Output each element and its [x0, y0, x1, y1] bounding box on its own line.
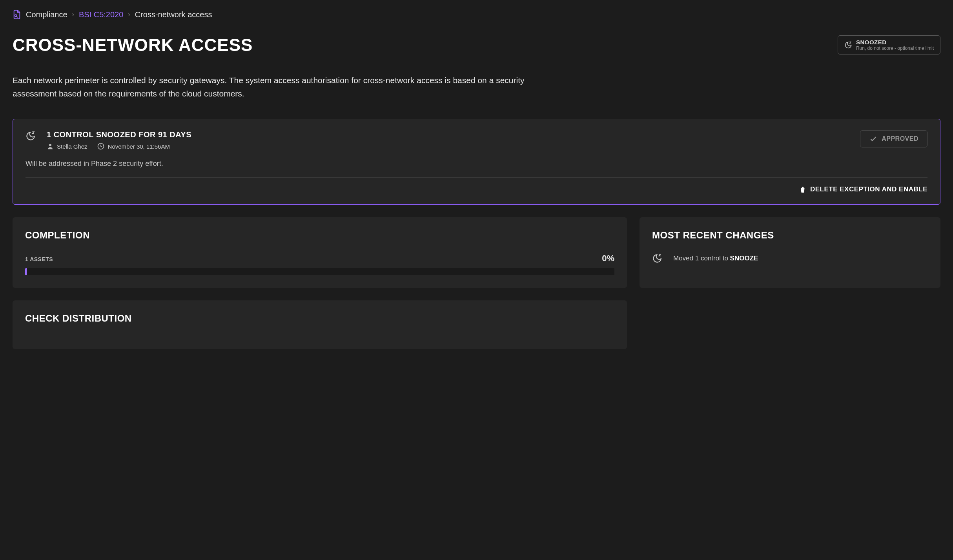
control-description: Each network perimeter is controlled by … [13, 74, 546, 100]
breadcrumb-separator: › [72, 11, 74, 18]
approved-label: APPROVED [882, 135, 918, 142]
delete-exception-button[interactable]: DELETE EXCEPTION AND ENABLE [799, 185, 927, 193]
exception-note: Will be addressed in Phase 2 security ef… [26, 160, 927, 168]
clock-icon [97, 142, 105, 150]
completion-percent: 0% [602, 253, 614, 264]
progress-fill [25, 268, 27, 275]
assets-count: 1 ASSETS [25, 256, 53, 262]
page-title: CROSS-NETWORK ACCESS [13, 35, 253, 55]
recent-changes-card: MOST RECENT CHANGES Moved 1 control to S… [640, 217, 940, 288]
breadcrumb: Compliance › BSI C5:2020 › Cross-network… [13, 9, 940, 20]
change-state: SNOOZE [730, 255, 758, 262]
breadcrumb-framework[interactable]: BSI C5:2020 [79, 10, 123, 19]
completion-title: COMPLETION [25, 230, 614, 241]
breadcrumb-current: Cross-network access [135, 10, 212, 19]
change-item: Moved 1 control to SNOOZE [652, 253, 928, 264]
exception-author: Stella Ghez [47, 143, 87, 150]
trash-icon [799, 185, 806, 193]
status-sublabel: Run, do not score - optional time limit [856, 45, 934, 51]
divider [26, 177, 927, 178]
exception-card: 1 CONTROL SNOOZED FOR 91 DAYS Stella Ghe… [13, 119, 940, 205]
check-distribution-card: CHECK DISTRIBUTION [13, 300, 627, 349]
exception-author-name: Stella Ghez [57, 143, 87, 150]
exception-timestamp-text: November 30, 11:56AM [108, 143, 170, 150]
user-icon [47, 143, 54, 150]
svg-point-1 [49, 144, 51, 146]
change-text: Moved 1 control to SNOOZE [673, 255, 758, 262]
check-distribution-title: CHECK DISTRIBUTION [25, 313, 614, 324]
exception-title: 1 CONTROL SNOOZED FOR 91 DAYS [47, 130, 191, 139]
svg-point-0 [15, 15, 17, 16]
snooze-icon [652, 253, 662, 264]
delete-exception-label: DELETE EXCEPTION AND ENABLE [810, 185, 927, 193]
change-prefix: Moved 1 control to [673, 255, 730, 262]
recent-changes-title: MOST RECENT CHANGES [652, 230, 928, 241]
snoozed-status-button[interactable]: SNOOZED Run, do not score - optional tim… [838, 35, 940, 55]
snooze-icon [844, 41, 852, 49]
completion-card: COMPLETION 1 ASSETS 0% [13, 217, 627, 288]
exception-timestamp: November 30, 11:56AM [97, 142, 170, 150]
status-label: SNOOZED [856, 39, 934, 45]
progress-bar [25, 268, 614, 275]
document-icon [13, 9, 21, 20]
breadcrumb-compliance[interactable]: Compliance [26, 10, 67, 19]
check-icon [869, 135, 878, 143]
approved-badge: APPROVED [860, 130, 927, 147]
breadcrumb-separator: › [128, 11, 130, 18]
snooze-icon [26, 131, 36, 141]
